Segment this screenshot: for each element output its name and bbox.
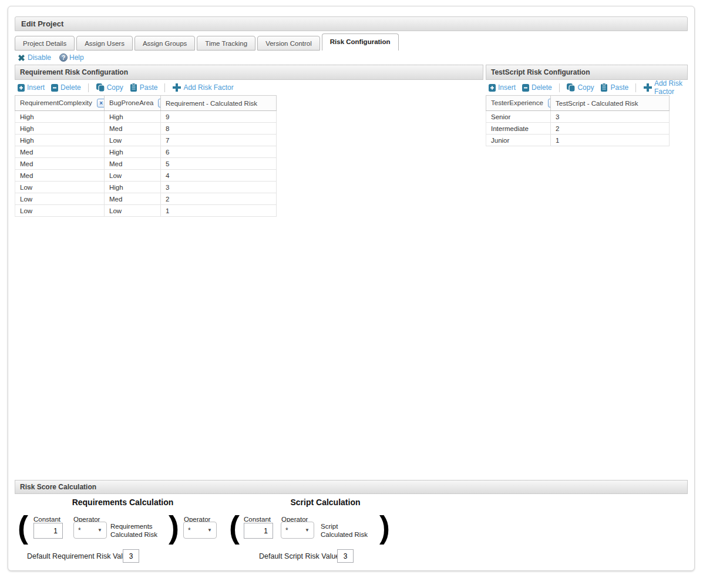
table-row[interactable]: MedLow4 xyxy=(15,170,277,182)
table-row[interactable]: LowHigh3 xyxy=(15,182,277,193)
column-header[interactable]: BugProneArea× xyxy=(105,96,161,111)
table-row[interactable]: MedHigh6 xyxy=(15,146,277,158)
default-requirement-risk-input[interactable] xyxy=(123,549,139,563)
column-header-label: BugProneArea xyxy=(109,99,153,106)
risk-score-section-header: Risk Score Calculation xyxy=(15,480,688,494)
table-cell[interactable]: Low xyxy=(15,193,105,205)
insert-icon xyxy=(488,83,496,92)
chevron-down-icon: ▼ xyxy=(97,527,102,533)
operator-value: * xyxy=(78,526,81,535)
combine-operator-select[interactable]: * ▼ xyxy=(183,522,217,539)
tab-project-details[interactable]: Project Details xyxy=(15,36,75,51)
testscript-panel-header: TestScript Risk Configuration xyxy=(486,65,688,80)
disable-label: Disable xyxy=(28,53,51,62)
copy-button[interactable]: Copy xyxy=(566,83,594,92)
column-header[interactable]: RequirementComplexity× xyxy=(15,96,105,111)
paste-button[interactable]: Paste xyxy=(129,83,158,92)
tab-version-control[interactable]: Version Control xyxy=(257,36,320,51)
column-header[interactable]: TesterExperience× xyxy=(486,96,551,111)
table-cell[interactable]: Low xyxy=(105,135,161,146)
table-cell[interactable]: High xyxy=(105,182,161,193)
column-header[interactable]: Requirement - Calculated Risk xyxy=(161,96,277,111)
risk-score-calculation-area: Requirements Calculation Script Calculat… xyxy=(15,494,688,566)
remove-column-icon[interactable]: × xyxy=(158,99,160,107)
table-row[interactable]: Intermediate2 xyxy=(486,123,670,135)
table-cell[interactable]: Low xyxy=(15,205,105,217)
table-cell[interactable]: High xyxy=(15,111,105,123)
delete-button[interactable]: Delete xyxy=(522,83,552,92)
chevron-down-icon: ▼ xyxy=(305,527,310,533)
copy-button[interactable]: Copy xyxy=(96,83,123,92)
table-cell[interactable]: Low xyxy=(105,205,161,217)
table-row[interactable]: Junior1 xyxy=(486,135,670,146)
testscript-panel-title: TestScript Risk Configuration xyxy=(491,68,590,76)
table-cell[interactable]: High xyxy=(15,123,105,135)
tab-time-tracking[interactable]: Time Tracking xyxy=(197,36,255,51)
remove-column-icon[interactable]: × xyxy=(97,99,105,107)
table-row[interactable]: LowLow1 xyxy=(15,205,277,217)
table-cell[interactable]: 1 xyxy=(161,205,277,217)
table-cell[interactable]: 6 xyxy=(161,146,277,158)
open-paren: ( xyxy=(229,508,240,546)
disable-button[interactable]: Disable xyxy=(17,53,51,62)
table-row[interactable]: HighHigh9 xyxy=(15,111,277,123)
table-cell[interactable]: 8 xyxy=(161,123,277,135)
script-operator-select[interactable]: * ▼ xyxy=(281,522,314,539)
table-row[interactable]: MedMed5 xyxy=(15,158,277,170)
table-cell[interactable]: Low xyxy=(15,182,105,193)
paste-icon xyxy=(600,83,608,92)
constant-label: Constant xyxy=(33,516,60,523)
close-paren: ) xyxy=(169,508,179,546)
table-cell[interactable]: Med xyxy=(15,146,105,158)
table-cell[interactable]: 4 xyxy=(161,170,277,182)
tab-risk-configuration[interactable]: Risk Configuration xyxy=(322,33,399,51)
tab-assign-groups[interactable]: Assign Groups xyxy=(134,36,195,51)
table-row[interactable]: Senior3 xyxy=(486,111,670,123)
script-constant-input[interactable] xyxy=(244,523,273,539)
paste-label: Paste xyxy=(140,83,158,92)
table-cell[interactable]: Med xyxy=(15,170,105,182)
table-cell[interactable]: 2 xyxy=(551,123,670,135)
table-cell[interactable]: High xyxy=(105,146,161,158)
table-cell[interactable]: Med xyxy=(105,158,161,170)
table-row[interactable]: LowMed2 xyxy=(15,193,277,205)
default-script-risk-input[interactable] xyxy=(337,549,354,563)
remove-column-icon[interactable]: × xyxy=(548,99,551,107)
table-row[interactable]: HighMed8 xyxy=(15,123,277,135)
table-cell[interactable]: Low xyxy=(105,170,161,182)
table-cell[interactable]: 9 xyxy=(161,111,277,123)
table-cell[interactable]: 1 xyxy=(551,135,670,146)
column-header[interactable]: TestScript - Calculated Risk xyxy=(551,96,670,111)
table-cell[interactable]: High xyxy=(105,111,161,123)
requirement-risk-panel: Requirement Risk Configuration Insert xyxy=(15,65,483,217)
requirements-operator-select[interactable]: * ▼ xyxy=(73,522,107,539)
table-cell[interactable]: Junior xyxy=(486,135,551,146)
insert-label: Insert xyxy=(27,83,45,92)
paste-icon xyxy=(129,83,138,92)
table-cell[interactable]: 5 xyxy=(161,158,277,170)
table-cell[interactable]: High xyxy=(15,135,105,146)
add-plus-icon xyxy=(643,83,652,92)
table-cell[interactable]: Intermediate xyxy=(486,123,551,135)
table-row[interactable]: HighLow7 xyxy=(15,135,277,146)
table-cell[interactable]: 3 xyxy=(161,182,277,193)
help-button[interactable]: ? Help xyxy=(59,53,84,62)
table-cell[interactable]: Med xyxy=(105,193,161,205)
table-cell[interactable]: Med xyxy=(15,158,105,170)
copy-icon xyxy=(96,83,105,92)
delete-button[interactable]: Delete xyxy=(51,83,81,92)
table-cell[interactable]: Senior xyxy=(486,111,551,123)
requirements-constant-input[interactable] xyxy=(33,523,63,539)
paste-button[interactable]: Paste xyxy=(600,83,628,92)
tab-assign-users[interactable]: Assign Users xyxy=(76,36,133,51)
testscript-panel-toolbar: Insert Delete xyxy=(486,80,688,95)
insert-button[interactable]: Insert xyxy=(17,83,45,92)
table-cell[interactable]: 7 xyxy=(161,135,277,146)
table-cell[interactable]: 2 xyxy=(161,193,277,205)
delete-icon xyxy=(51,83,59,92)
insert-button[interactable]: Insert xyxy=(488,83,516,92)
add-risk-factor-button[interactable]: Add Risk Factor xyxy=(172,83,233,92)
table-cell[interactable]: 3 xyxy=(551,111,670,123)
table-cell[interactable]: Med xyxy=(105,123,161,135)
add-risk-factor-button[interactable]: Add Risk Factor xyxy=(643,79,688,96)
